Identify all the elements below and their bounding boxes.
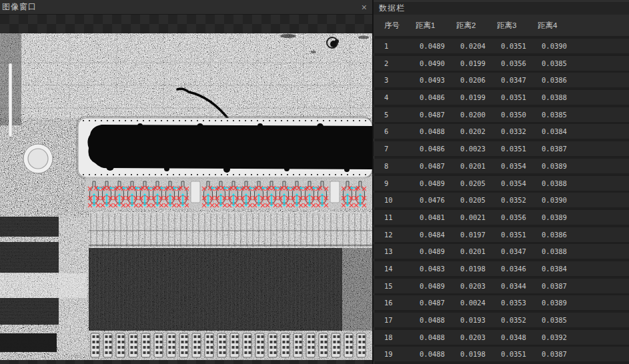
cell-distance3: 0.0352 [497,316,538,324]
table-header: 序号 距离1 距离2 距离3 距离4 [374,15,629,36]
cell-distance4: 0.0384 [538,127,629,135]
cell-distance2: 0.0199 [456,59,497,67]
data-panel: 数据栏 序号 距离1 距离2 距离3 距离4 10.04890.02040.03… [372,0,629,364]
cell-index: 10 [384,196,416,204]
cell-index: 17 [384,316,416,324]
cell-distance3: 0.0348 [497,333,538,341]
cell-distance4: 0.0390 [538,42,629,50]
cell-distance2: 0.0205 [456,196,497,204]
table-row[interactable]: 120.04840.01970.03510.0386 [374,227,629,242]
cell-index: 7 [384,145,416,153]
cell-distance3: 0.0350 [497,111,538,119]
cell-distance2: 0.0200 [456,111,497,119]
cell-distance4: 0.0386 [538,231,629,239]
cell-distance1: 0.0493 [416,76,456,84]
table-row[interactable]: 110.04810.00210.03560.0389 [374,210,629,225]
close-icon[interactable]: × [360,3,368,12]
image-viewport[interactable] [0,15,372,364]
cell-distance2: 0.0199 [456,93,497,101]
column-header-distance1: 距离1 [416,21,456,31]
cell-distance4: 0.0390 [538,196,629,204]
cell-distance4: 0.0389 [538,299,629,307]
column-header-index: 序号 [384,21,416,31]
fiducial-circle [23,144,53,173]
cell-distance1: 0.0488 [416,333,456,341]
cell-index: 13 [384,247,416,255]
image-window-title: 图像窗口 [2,1,360,13]
cell-distance3: 0.0353 [497,299,538,307]
cell-index: 16 [384,299,416,307]
table-row[interactable]: 160.04870.00240.03530.0389 [374,295,629,310]
cell-index: 8 [384,162,416,170]
table-row[interactable]: 100.04760.02050.03520.0390 [374,193,629,207]
cell-distance4: 0.0387 [538,145,629,153]
cell-distance3: 0.0351 [497,145,538,153]
cell-index: 3 [384,76,416,84]
table-row[interactable]: 40.04860.01990.03510.0388 [374,90,629,105]
table-row[interactable]: 60.04880.02020.03320.0384 [374,124,629,139]
cell-distance4: 0.0392 [538,333,629,341]
cell-distance2: 0.0024 [456,299,497,307]
table-row[interactable]: 180.04880.02030.03480.0392 [374,330,629,345]
cell-index: 18 [384,333,416,341]
cell-distance1: 0.0489 [416,179,456,187]
cell-distance4: 0.0387 [538,350,629,358]
table-body: 10.04890.02040.03510.039020.04900.01990.… [374,39,629,361]
cell-distance1: 0.0488 [416,127,456,135]
cell-distance1: 0.0488 [416,316,456,324]
cell-distance2: 0.0023 [456,145,497,153]
cell-distance3: 0.0351 [497,42,538,50]
cell-distance4: 0.0388 [538,247,629,255]
cell-distance3: 0.0347 [497,247,538,255]
cell-distance1: 0.0489 [416,282,456,290]
cell-distance1: 0.0487 [416,299,456,307]
table-row[interactable]: 190.04880.01980.03510.0387 [374,347,629,361]
cell-index: 11 [384,213,416,221]
table-row[interactable]: 30.04930.02060.03470.0386 [374,73,629,87]
table-row[interactable]: 80.04870.02010.03540.0389 [374,159,629,173]
cell-distance3: 0.0356 [497,213,538,221]
table-row[interactable]: 10.04890.02040.03510.0390 [374,39,629,53]
cell-index: 5 [384,111,416,119]
cell-index: 9 [384,179,416,187]
image-window-titlebar: 图像窗口 × [0,0,372,15]
data-panel-title: 数据栏 [379,3,405,14]
cell-index: 15 [384,282,416,290]
table-row[interactable]: 20.04900.01990.03560.0385 [374,56,629,71]
table-row[interactable]: 140.04830.01980.03460.0384 [374,261,629,276]
app-root: 图像窗口 × [0,0,629,364]
cell-distance4: 0.0384 [538,265,629,273]
cavity-slot [77,117,372,179]
cell-distance2: 0.0201 [456,247,497,255]
cell-distance3: 0.0351 [497,231,538,239]
inspection-image[interactable] [0,33,372,360]
cell-distance2: 0.0197 [456,231,497,239]
cell-distance1: 0.0487 [416,111,456,119]
column-header-distance3: 距离3 [497,21,538,31]
cell-distance2: 0.0193 [456,316,497,324]
table-row[interactable]: 50.04870.02000.03500.0385 [374,107,629,122]
cell-distance4: 0.0385 [538,59,629,67]
cell-distance2: 0.0205 [456,179,497,187]
cell-distance4: 0.0388 [538,179,629,187]
cell-distance2: 0.0021 [456,213,497,221]
table-row[interactable]: 150.04890.02030.03440.0387 [374,279,629,293]
cell-distance1: 0.0483 [416,265,456,273]
cell-distance1: 0.0489 [416,247,456,255]
cell-distance3: 0.0344 [497,282,538,290]
cell-distance3: 0.0332 [497,127,538,135]
lower-structures [0,212,372,360]
table-row[interactable]: 170.04880.01930.03520.0385 [374,313,629,327]
cell-distance2: 0.0206 [456,76,497,84]
cell-distance4: 0.0387 [538,282,629,290]
cell-distance3: 0.0354 [497,162,538,170]
cell-distance3: 0.0351 [497,93,538,101]
table-row[interactable]: 130.04890.02010.03470.0388 [374,244,629,259]
data-panel-titlebar: 数据栏 [374,0,629,15]
table-row[interactable]: 90.04890.02050.03540.0388 [374,176,629,191]
cell-distance2: 0.0201 [456,162,497,170]
cell-distance3: 0.0347 [497,76,538,84]
cell-distance1: 0.0486 [416,145,456,153]
table-row[interactable]: 70.04860.00230.03510.0387 [374,141,629,156]
cell-distance2: 0.0203 [456,282,497,290]
